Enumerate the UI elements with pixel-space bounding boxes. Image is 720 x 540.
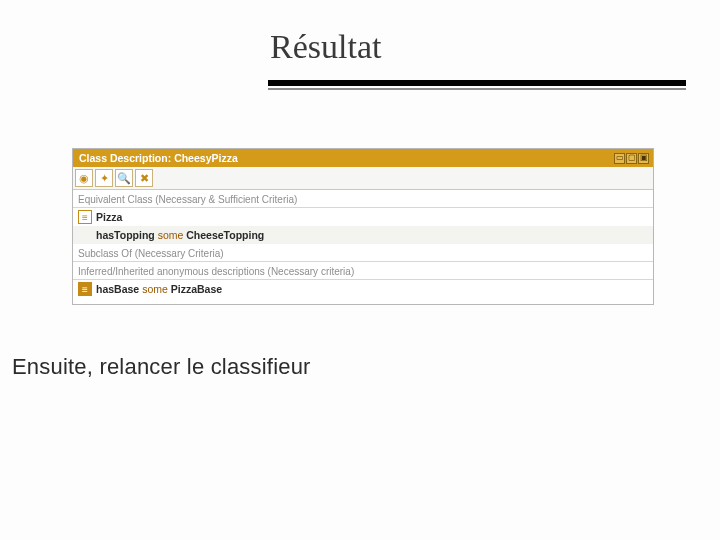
title-rule-thin (268, 88, 686, 90)
panel-toolbar: ◉ ✦ 🔍 ✖ (73, 167, 653, 190)
slide-title: Résultat (270, 28, 381, 66)
defined-class-icon: ≡ (78, 210, 92, 224)
panel-min-button[interactable]: ▭ (614, 153, 625, 164)
inferred-class-icon: ≡ (78, 282, 92, 296)
toolbar-btn-3[interactable]: 🔍 (115, 169, 133, 187)
panel-window-buttons: ▭ ▢ ▣ (614, 153, 649, 164)
equivalent-row[interactable]: ≡ hasTopping some CheeseTopping (73, 226, 653, 244)
toolbar-spacer (155, 169, 651, 187)
class-expression: hasBase some PizzaBase (96, 283, 222, 295)
panel-close-button[interactable]: ▣ (638, 153, 649, 164)
toolbar-btn-2[interactable]: ✦ (95, 169, 113, 187)
panel-max-button[interactable]: ▢ (626, 153, 637, 164)
section-inferred-label: Inferred/Inherited anonymous description… (73, 262, 653, 280)
class-expression: hasTopping some CheeseTopping (96, 229, 264, 241)
toolbar-btn-1[interactable]: ◉ (75, 169, 93, 187)
class-description-panel: Class Description: CheesyPizza ▭ ▢ ▣ ◉ ✦… (72, 148, 654, 305)
panel-title-class: CheesyPizza (174, 152, 238, 164)
title-rule-thick (268, 80, 686, 86)
panel-title: Class Description: CheesyPizza (79, 152, 238, 164)
equivalent-row[interactable]: ≡ Pizza (73, 208, 653, 226)
class-expression: Pizza (96, 211, 122, 223)
panel-header: Class Description: CheesyPizza ▭ ▢ ▣ (73, 149, 653, 167)
panel-padding (73, 298, 653, 304)
slide-caption: Ensuite, relancer le classifieur (12, 354, 311, 380)
section-subclass-label: Subclass Of (Necessary Criteria) (73, 244, 653, 262)
section-equivalent-label: Equivalent Class (Necessary & Sufficient… (73, 190, 653, 208)
toolbar-btn-4[interactable]: ✖ (135, 169, 153, 187)
inferred-row[interactable]: ≡ hasBase some PizzaBase (73, 280, 653, 298)
panel-title-prefix: Class Description: (79, 152, 171, 164)
